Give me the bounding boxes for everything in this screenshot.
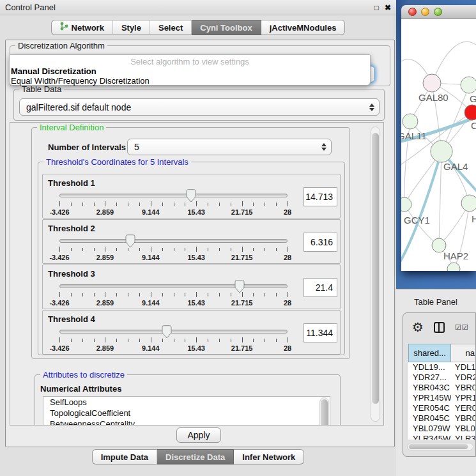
slider-track[interactable] <box>59 330 288 334</box>
slider-track[interactable] <box>59 284 288 288</box>
slider-tick <box>151 292 151 297</box>
gear-icon[interactable]: ⚙ <box>412 321 424 334</box>
settings-scrollbar[interactable] <box>371 127 380 422</box>
threshold-slider-2[interactable]: -3.4262.8599.14415.4321.71528 <box>59 238 288 263</box>
threshold-value-field[interactable]: 14.713 <box>303 187 337 206</box>
close-icon[interactable]: ✖ <box>385 3 391 12</box>
table-data-combobox[interactable]: galFiltered.sif default node <box>19 98 380 116</box>
apply-button[interactable]: Apply <box>176 427 221 443</box>
close-traffic-light-icon[interactable] <box>408 8 417 16</box>
slider-thumb[interactable] <box>162 325 172 339</box>
attribute-list-scrollbar[interactable] <box>319 397 329 426</box>
slider-tick <box>219 248 220 251</box>
cell-name[interactable]: YBR04 <box>451 413 476 424</box>
slider-tick <box>94 203 95 206</box>
cell-shared-name[interactable]: YPR145W <box>408 393 451 403</box>
slider-tick-label: -3.426 <box>49 254 69 261</box>
panel-title: Control Panel <box>0 3 56 12</box>
cell-shared-name[interactable]: YDL19... <box>408 362 451 372</box>
threshold-panel-4: Threshold 4-3.4262.8599.14415.4321.71528… <box>42 310 341 355</box>
cell-name[interactable]: YBL07 <box>451 424 476 434</box>
slider-track[interactable] <box>59 194 288 197</box>
float-window-icon[interactable]: □ <box>374 3 379 12</box>
minimize-traffic-light-icon[interactable] <box>421 8 429 16</box>
threshold-slider-4[interactable]: -3.4262.8599.14415.4321.71528 <box>59 328 288 354</box>
attribute-list-item[interactable]: SelfLoops <box>43 397 330 408</box>
slider-thumb[interactable] <box>125 234 135 248</box>
cell-name[interactable]: YDR27 <box>451 372 476 383</box>
cell-shared-name[interactable]: YDR27... <box>408 372 451 383</box>
table-row[interactable]: YDL19...YDL19 <box>408 362 476 372</box>
table-row[interactable]: YDR27...YDR27 <box>408 372 476 383</box>
control-panel-window: Control Panel □ ✖ NetworkStyleSelectCyni… <box>0 0 396 476</box>
checkbox-columns-icon[interactable]: ☑☑ <box>455 323 469 332</box>
threshold-value-field[interactable]: 21.4 <box>303 278 337 297</box>
dropdown-option-manual-discretization[interactable]: Manual Discretization <box>11 66 96 76</box>
threshold-value-field[interactable]: 11.344 <box>303 323 337 342</box>
slider-tick <box>94 339 95 342</box>
table-row[interactable]: YBR043CYBR04 <box>408 383 476 393</box>
table-horizontal-scrollbar[interactable] <box>407 443 473 450</box>
network-node-gal4[interactable] <box>431 141 452 162</box>
threshold-panel-1: Threshold 1-3.4262.8599.14415.4321.71528… <box>42 174 341 219</box>
cell-name[interactable]: YER05 <box>451 403 476 413</box>
column-header-name[interactable]: na <box>451 344 476 362</box>
cell-shared-name[interactable]: YLR345W <box>408 434 451 440</box>
network-node[interactable] <box>447 263 460 271</box>
slider-track[interactable] <box>59 239 288 243</box>
cell-name[interactable]: YLR34 <box>451 434 476 440</box>
table-row[interactable]: YLR345WYLR34 <box>408 434 476 440</box>
cell-shared-name[interactable]: YER054C <box>408 403 451 413</box>
number-of-intervals-combobox[interactable]: 5 <box>127 139 332 155</box>
cell-shared-name[interactable]: YBR043C <box>408 383 451 393</box>
slider-thumb[interactable] <box>234 280 245 293</box>
tab-network[interactable]: Network <box>51 20 113 35</box>
network-node-gcy1[interactable] <box>401 197 411 211</box>
slider-tick <box>174 203 174 206</box>
slider-tick <box>116 293 117 296</box>
tab-style[interactable]: Style <box>113 20 150 35</box>
slider-tick <box>59 292 60 297</box>
split-column-icon[interactable] <box>434 322 445 333</box>
number-of-intervals-label: Number of Intervals <box>48 142 126 152</box>
slider-tick <box>253 339 254 342</box>
table-row[interactable]: YPR145WYPR14 <box>408 393 476 403</box>
threshold-slider-1[interactable]: -3.4262.8599.14415.4321.71528 <box>59 192 288 218</box>
tab-cyni-toolbox[interactable]: Cyni Toolbox <box>192 20 261 35</box>
network-canvas[interactable]: GAL80GACGAL11GAL4GCY1HHAP2 <box>401 19 476 271</box>
cell-name[interactable]: YDL19 <box>451 362 476 372</box>
tab-infer-network[interactable]: Infer Network <box>234 449 304 464</box>
zoom-traffic-light-icon[interactable] <box>434 8 442 16</box>
settings-scroll-viewport: Interval Definition Number of Intervals … <box>10 122 384 426</box>
column-header-shared-name[interactable]: shared... <box>408 344 451 362</box>
attribute-list-item[interactable]: TopologicalCoefficient <box>43 408 330 418</box>
node-table[interactable]: shared... na YDL19...YDL19YDR27...YDR27Y… <box>408 344 476 440</box>
dropdown-option-equal-width-frequency[interactable]: Equal Width/Frequency Discretization <box>11 76 150 86</box>
cell-name[interactable]: YBR04 <box>451 383 476 393</box>
attribute-list-item[interactable]: BetweennessCentrality <box>43 418 330 426</box>
table-row[interactable]: YBL079WYBL07 <box>408 424 476 434</box>
threshold-value-field[interactable]: 6.316 <box>303 233 337 252</box>
tab-impute-data[interactable]: Impute Data <box>92 449 157 464</box>
network-node-gal80[interactable] <box>423 74 441 92</box>
table-row[interactable]: YER054CYER05 <box>408 403 476 413</box>
network-node-gal11[interactable] <box>403 114 418 129</box>
tab-select[interactable]: Select <box>150 20 192 35</box>
cell-shared-name[interactable]: YBR045C <box>408 413 451 424</box>
threshold-slider-3[interactable]: -3.4262.8599.14415.4321.71528 <box>59 283 288 309</box>
numerical-attributes-list[interactable]: SelfLoopsTopologicalCoefficientBetweenne… <box>43 396 330 426</box>
cell-name[interactable]: YPR14 <box>451 393 476 403</box>
slider-tick <box>105 201 105 206</box>
table-row[interactable]: YBR045CYBR04 <box>408 413 476 424</box>
numerical-attributes-header: Numerical Attributes <box>40 384 121 394</box>
tab-discretize-data[interactable]: Discretize Data <box>157 449 234 464</box>
network-node-ga[interactable] <box>461 77 476 93</box>
network-node-h[interactable] <box>461 195 476 211</box>
tab-jactivemnodules[interactable]: jActiveMNodules <box>261 20 346 35</box>
network-node-label: H <box>472 213 476 224</box>
cell-shared-name[interactable]: YBL079W <box>408 424 451 434</box>
network-edge[interactable] <box>439 151 441 245</box>
slider-tick-label: -3.426 <box>49 208 69 216</box>
slider-thumb[interactable] <box>186 189 196 203</box>
slider-tick <box>162 203 163 206</box>
